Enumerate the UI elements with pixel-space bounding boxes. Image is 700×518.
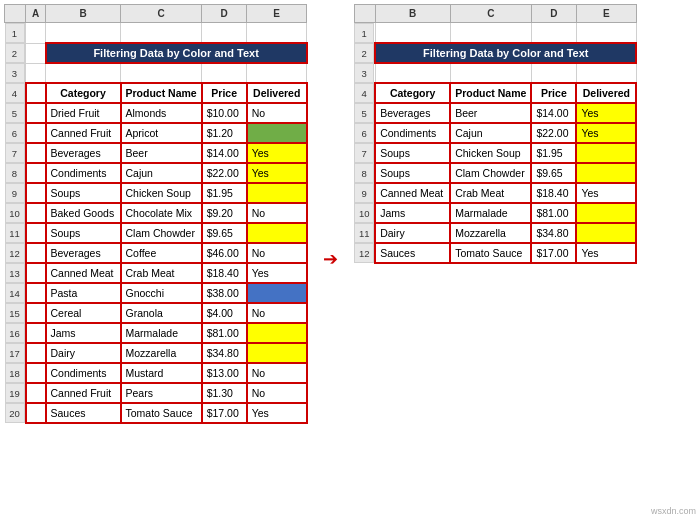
right-table-title: Filtering Data by Color and Text: [375, 43, 636, 63]
table-row: 4 Category Product Name Price Delivered: [5, 83, 307, 103]
table-row: 3: [354, 63, 636, 83]
col-header-c-r: C: [450, 5, 531, 23]
table-row: 7 Beverages Beer $14.00 Yes: [5, 143, 307, 163]
table-row: 9 Soups Chicken Soup $1.95: [5, 183, 307, 203]
col-header-c: C: [121, 5, 202, 23]
table-row: 4 Category Product Name Price Delivered: [354, 83, 636, 103]
r-col-price-header: Price: [531, 83, 576, 103]
table-row: 18 Condiments Mustard $13.00 No: [5, 363, 307, 383]
col-category-header: Category: [46, 83, 121, 103]
col-header-rn: [5, 5, 26, 23]
col-header-rn-r: [354, 5, 375, 23]
left-table-title: Filtering Data by Color and Text: [46, 43, 307, 63]
table-row: 15 Cereal Granola $4.00 No: [5, 303, 307, 323]
table-row: 17 Dairy Mozzarella $34.80: [5, 343, 307, 363]
table-row: 7 Soups Chicken Soup $1.95: [354, 143, 636, 163]
table-row: 5 Beverages Beer $14.00 Yes: [354, 103, 636, 123]
row-num: 3: [5, 63, 25, 83]
col-header-d-r: D: [531, 5, 576, 23]
row-num: 4: [5, 83, 25, 103]
right-panel: B C D E 1: [354, 4, 638, 514]
table-row: 11 Dairy Mozzarella $34.80: [354, 223, 636, 243]
table-row: 6 Canned Fruit Apricot $1.20: [5, 123, 307, 143]
table-row: 8 Soups Clam Chowder $9.65: [354, 163, 636, 183]
table-row: 1: [5, 23, 307, 44]
table-row: 1: [354, 23, 636, 44]
table-row: 9 Canned Meat Crab Meat $18.40 Yes: [354, 183, 636, 203]
table-row: 10 Baked Goods Chocolate Mix $9.20 No: [5, 203, 307, 223]
table-row: 5 Dried Fruit Almonds $10.00 No: [5, 103, 307, 123]
table-row: 16 Jams Marmalade $81.00: [5, 323, 307, 343]
table-row: 2 Filtering Data by Color and Text: [5, 43, 307, 63]
table-row: 11 Soups Clam Chowder $9.65: [5, 223, 307, 243]
table-row: 3: [5, 63, 307, 83]
col-delivered-header: Delivered: [247, 83, 307, 103]
r-col-category-header: Category: [375, 83, 450, 103]
col-header-e-r: E: [576, 5, 636, 23]
filter-arrow: ➔: [316, 4, 346, 514]
table-row: 13 Canned Meat Crab Meat $18.40 Yes: [5, 263, 307, 283]
left-panel: A B C D E 1: [4, 4, 308, 514]
col-header-e: E: [247, 5, 307, 23]
table-row: 14 Pasta Gnocchi $38.00: [5, 283, 307, 303]
col-price-header: Price: [202, 83, 247, 103]
table-row: 19 Canned Fruit Pears $1.30 No: [5, 383, 307, 403]
r-col-delivered-header: Delivered: [576, 83, 636, 103]
table-row: 8 Condiments Cajun $22.00 Yes: [5, 163, 307, 183]
row-num: 2: [5, 43, 25, 63]
main-content: A B C D E 1: [0, 0, 700, 518]
col-header-d: D: [202, 5, 247, 23]
table-row: 12 Beverages Coffee $46.00 No: [5, 243, 307, 263]
spreadsheet-window: A B C D E 1: [0, 0, 700, 518]
col-header-b-r: B: [375, 5, 450, 23]
table-row: 20 Sauces Tomato Sauce $17.00 Yes: [5, 403, 307, 423]
table-row: 6 Condiments Cajun $22.00 Yes: [354, 123, 636, 143]
r-col-productname-header: Product Name: [450, 83, 531, 103]
watermark: wsxdn.com: [651, 506, 696, 516]
table-row: 12 Sauces Tomato Sauce $17.00 Yes: [354, 243, 636, 263]
col-productname-header: Product Name: [121, 83, 202, 103]
table-row: 10 Jams Marmalade $81.00: [354, 203, 636, 223]
row-num: 1: [5, 23, 25, 43]
col-header-b: B: [46, 5, 121, 23]
table-row: 2 Filtering Data by Color and Text: [354, 43, 636, 63]
col-header-a: A: [26, 5, 46, 23]
